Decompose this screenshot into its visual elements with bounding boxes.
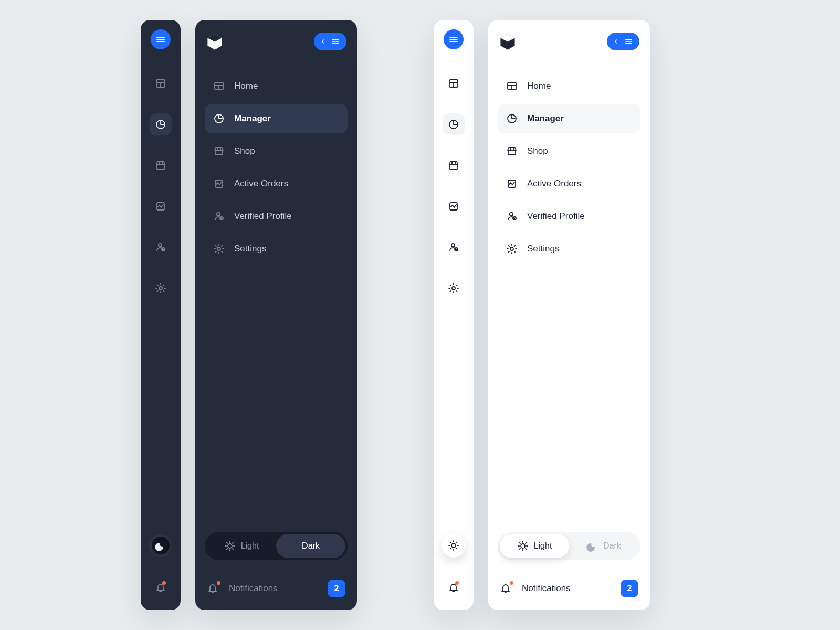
menu-icon: [331, 37, 340, 46]
profile-icon: [155, 242, 166, 253]
notifications-button-mini[interactable]: [443, 576, 465, 598]
profile-icon: [506, 211, 518, 222]
manager-icon: [448, 119, 459, 130]
chevron-left-icon: [612, 37, 621, 46]
notifications-label: Notifications: [229, 583, 318, 594]
home-icon: [155, 78, 166, 89]
nav-label: Settings: [527, 244, 559, 254]
notification-dot: [455, 581, 459, 585]
sun-icon: [517, 540, 529, 552]
settings-icon: [448, 282, 459, 294]
notification-dot: [510, 581, 513, 585]
notification-dot: [162, 581, 166, 585]
sidebar-expanded-light: Home Manager Shop Active Orders Verified…: [488, 20, 650, 610]
rail-item-manager[interactable]: [150, 113, 172, 135]
menu-button[interactable]: [151, 29, 171, 49]
theme-toggle: Light Dark: [205, 532, 348, 560]
profile-icon: [213, 211, 225, 222]
rail-item-profile[interactable]: [150, 236, 172, 258]
menu-icon: [448, 34, 459, 45]
shop-icon: [448, 160, 459, 171]
rail-item-orders[interactable]: [150, 195, 172, 217]
notifications-row[interactable]: Notifications 2: [498, 579, 640, 598]
manager-icon: [155, 119, 166, 130]
nav-item-orders[interactable]: Active Orders: [498, 169, 640, 198]
notifications-row[interactable]: Notifications 2: [205, 579, 348, 598]
home-icon: [506, 80, 518, 92]
nav-item-manager[interactable]: Manager: [498, 104, 640, 133]
rail-item-manager[interactable]: [443, 113, 465, 135]
sun-icon: [448, 540, 459, 551]
theme-label: Dark: [603, 541, 621, 551]
notifications-button-mini[interactable]: [150, 576, 172, 598]
nav-list: Home Manager Shop Active Orders Verified…: [498, 71, 640, 264]
sidebar-expanded-dark: Home Manager Shop Active Orders Verified…: [195, 20, 357, 610]
settings-icon: [213, 243, 225, 255]
shop-icon: [506, 145, 518, 157]
divider: [205, 570, 348, 570]
home-icon: [213, 80, 225, 92]
nav-label: Verified Profile: [527, 211, 585, 222]
nav-item-profile[interactable]: Verified Profile: [498, 202, 640, 231]
rail-item-home[interactable]: [443, 72, 465, 94]
bell-icon-wrap: [207, 582, 219, 595]
logo-icon: [499, 33, 517, 50]
theme-toggle-mini[interactable]: [149, 533, 173, 558]
settings-icon: [155, 282, 166, 294]
rail-item-shop[interactable]: [443, 154, 465, 176]
nav-label: Manager: [234, 113, 271, 124]
theme-dark-button[interactable]: Dark: [569, 534, 638, 558]
notifications-badge: 2: [328, 580, 345, 597]
nav-label: Manager: [527, 113, 564, 124]
theme-label: Dark: [302, 541, 320, 551]
theme-dark-button[interactable]: Dark: [276, 534, 345, 558]
rail-item-profile[interactable]: [443, 236, 465, 258]
theme-toggle: Light Dark: [498, 532, 640, 560]
shop-icon: [213, 145, 225, 157]
theme-light-button[interactable]: Light: [207, 534, 276, 558]
nav-label: Home: [234, 81, 258, 91]
nav-item-home[interactable]: Home: [205, 71, 348, 101]
orders-icon: [506, 178, 518, 190]
menu-button[interactable]: [444, 29, 464, 49]
notifications-label: Notifications: [522, 583, 611, 594]
rail-item-orders[interactable]: [443, 195, 465, 217]
nav-label: Active Orders: [234, 178, 288, 189]
rail-item-settings[interactable]: [150, 277, 172, 299]
sun-icon: [224, 540, 236, 552]
nav-label: Verified Profile: [234, 211, 292, 222]
sidebar-collapsed-dark: [141, 20, 181, 610]
moon-icon: [155, 540, 166, 551]
bell-icon-wrap: [500, 582, 512, 595]
rail-item-shop[interactable]: [150, 154, 172, 176]
orders-icon: [448, 201, 459, 212]
nav-item-profile[interactable]: Verified Profile: [205, 202, 348, 231]
chevron-left-icon: [319, 37, 328, 46]
settings-icon: [506, 243, 518, 255]
nav-item-settings[interactable]: Settings: [205, 234, 348, 264]
nav-item-orders[interactable]: Active Orders: [205, 169, 348, 198]
nav-item-shop[interactable]: Shop: [205, 136, 348, 166]
theme-toggle-mini[interactable]: [442, 533, 466, 558]
nav-label: Settings: [234, 244, 266, 254]
manager-icon: [506, 113, 518, 124]
nav-item-manager[interactable]: Manager: [205, 104, 348, 133]
nav-label: Home: [527, 81, 551, 91]
nav-item-shop[interactable]: Shop: [498, 136, 640, 166]
nav-label: Shop: [527, 146, 548, 156]
theme-label: Light: [241, 541, 259, 551]
orders-icon: [213, 178, 225, 190]
nav-item-settings[interactable]: Settings: [498, 234, 640, 264]
nav-list: Home Manager Shop Active Orders Verified…: [205, 71, 348, 264]
profile-icon: [448, 242, 459, 253]
manager-icon: [213, 113, 225, 124]
nav-item-home[interactable]: Home: [498, 71, 640, 101]
collapse-button[interactable]: [314, 33, 346, 50]
sidebar-collapsed-light: [434, 20, 474, 610]
theme-label: Light: [534, 541, 552, 551]
nav-label: Active Orders: [527, 178, 581, 189]
rail-item-settings[interactable]: [443, 277, 465, 299]
theme-light-button[interactable]: Light: [500, 534, 569, 558]
collapse-button[interactable]: [607, 33, 639, 50]
rail-item-home[interactable]: [150, 72, 172, 94]
